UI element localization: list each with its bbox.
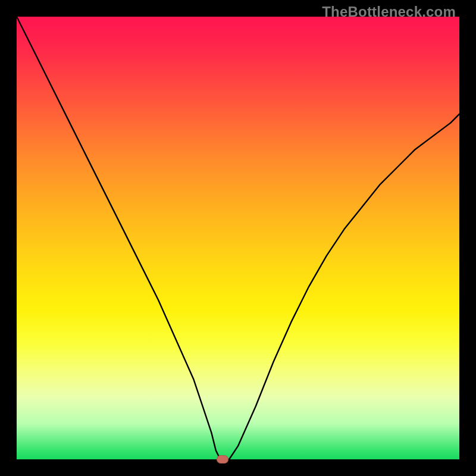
bottleneck-curve xyxy=(17,17,459,459)
outer-frame: TheBottleneck.com xyxy=(0,0,476,476)
optimal-point-marker xyxy=(217,455,228,464)
